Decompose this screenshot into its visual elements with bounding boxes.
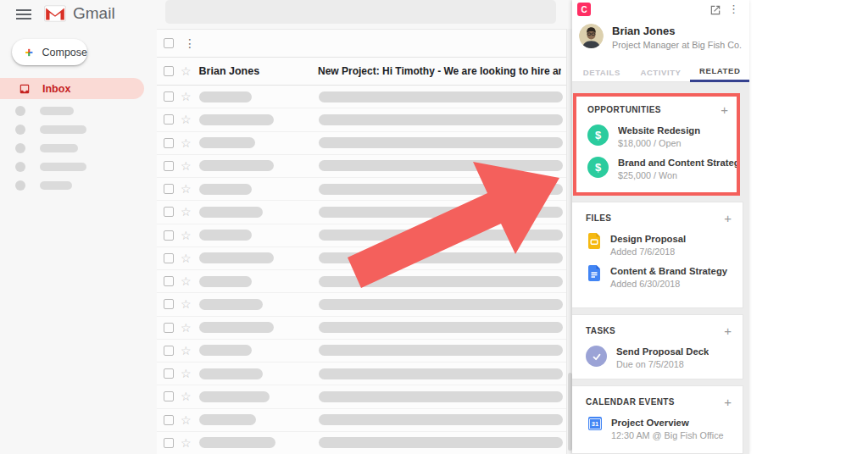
dollar-icon: $ — [587, 157, 609, 178]
task-item[interactable]: Send Proposal Deck Due on 7/5/2018 — [572, 337, 743, 369]
star-icon[interactable]: ☆ — [181, 322, 192, 334]
sender-placeholder — [199, 345, 252, 356]
email-row-placeholder[interactable]: ☆ — [157, 317, 566, 340]
sender-placeholder — [199, 391, 270, 402]
subject-placeholder — [319, 345, 563, 356]
email-row-placeholder[interactable]: ☆ — [157, 132, 566, 155]
add-calendar-event-button[interactable]: + — [724, 396, 732, 408]
email-row-placeholder[interactable]: ☆ — [157, 293, 566, 316]
email-row-placeholder[interactable]: ☆ — [157, 432, 566, 454]
tab-activity[interactable]: ACTIVITY — [632, 68, 691, 81]
email-checkbox[interactable] — [164, 184, 174, 194]
email-checkbox[interactable] — [164, 346, 174, 356]
email-row-placeholder[interactable]: ☆ — [157, 340, 566, 363]
inbox-icon — [19, 83, 31, 95]
email-checkbox[interactable] — [164, 91, 174, 102]
label-dot-icon — [15, 180, 25, 191]
email-checkbox[interactable] — [164, 230, 174, 241]
sidebar-placeholder-item[interactable] — [0, 176, 157, 195]
contact-job-title: Project Manager at Big Fish Co. — [612, 40, 742, 50]
add-file-button[interactable]: + — [724, 212, 732, 224]
email-row-placeholder[interactable]: ☆ — [157, 155, 566, 178]
sidebar-item-inbox[interactable]: Inbox — [0, 78, 144, 99]
star-icon[interactable]: ☆ — [181, 183, 192, 195]
email-row-brian-jones[interactable]: ☆ Brian Jones New Project: Hi Timothy - … — [157, 58, 566, 86]
email-row-placeholder[interactable]: ☆ — [157, 201, 566, 224]
sender-placeholder — [199, 230, 252, 241]
email-checkbox[interactable] — [164, 207, 174, 217]
compose-button[interactable]: Compose — [12, 39, 87, 65]
crm-sidebar-panel: C ⋮ Brian Jones Project Manager at Big F… — [572, 0, 749, 454]
open-in-new-icon[interactable] — [709, 4, 721, 16]
calendar-events-section: CALENDAR EVENTS + 31 Project Overview 12… — [572, 385, 743, 454]
star-icon[interactable]: ☆ — [181, 252, 192, 264]
email-checkbox[interactable] — [164, 438, 174, 448]
email-row-placeholder[interactable]: ☆ — [157, 409, 566, 432]
star-icon[interactable]: ☆ — [181, 114, 192, 125]
subject-placeholder — [319, 207, 563, 218]
file-item[interactable]: Content & Brand Strategy Invo... Added 6… — [572, 257, 743, 289]
hamburger-menu-icon[interactable] — [14, 5, 34, 24]
email-checkbox[interactable] — [164, 138, 174, 148]
star-icon[interactable]: ☆ — [181, 137, 192, 149]
star-icon[interactable]: ☆ — [181, 91, 192, 102]
subject-placeholder — [319, 414, 563, 425]
email-checkbox[interactable] — [164, 323, 174, 333]
star-icon[interactable]: ☆ — [181, 206, 192, 218]
add-task-button[interactable]: + — [724, 324, 732, 337]
email-row-placeholder[interactable]: ☆ — [157, 363, 566, 385]
star-icon[interactable]: ☆ — [181, 368, 192, 379]
select-all-checkbox[interactable] — [164, 38, 174, 48]
star-icon[interactable]: ☆ — [181, 65, 192, 77]
email-row-placeholder[interactable]: ☆ — [157, 178, 566, 201]
sidebar-placeholder-item[interactable] — [0, 139, 157, 158]
sidebar-placeholder-item[interactable] — [0, 158, 157, 176]
sidebar-placeholder-item[interactable] — [0, 102, 157, 120]
sender-placeholder — [199, 414, 256, 425]
email-checkbox[interactable] — [164, 415, 174, 425]
subject-placeholder — [319, 437, 563, 448]
email-row-placeholder[interactable]: ☆ — [157, 86, 566, 108]
email-checkbox[interactable] — [164, 276, 174, 286]
email-row-placeholder[interactable]: ☆ — [157, 108, 566, 131]
label-placeholder — [40, 125, 86, 134]
panel-more-icon[interactable]: ⋮ — [728, 3, 739, 15]
email-checkbox[interactable] — [164, 114, 174, 125]
email-checkbox[interactable] — [164, 161, 174, 171]
email-row-placeholder[interactable]: ☆ — [157, 270, 566, 293]
email-checkbox[interactable] — [164, 253, 174, 263]
calendar-event-item[interactable]: 31 Project Overview 12:30 AM @ Big Fish … — [572, 408, 743, 440]
email-checkbox[interactable] — [164, 391, 174, 401]
star-icon[interactable]: ☆ — [181, 275, 192, 287]
opportunity-item[interactable]: $ Brand and Content Strategy $25,000 / W… — [576, 148, 737, 180]
search-input[interactable] — [165, 0, 556, 24]
star-icon[interactable]: ☆ — [181, 390, 192, 402]
tab-related[interactable]: RELATED — [690, 66, 749, 82]
subject-placeholder — [319, 299, 563, 310]
copper-crm-logo-icon[interactable]: C — [577, 3, 591, 16]
contact-avatar — [579, 24, 604, 48]
email-checkbox[interactable] — [164, 299, 174, 309]
star-icon[interactable]: ☆ — [181, 437, 192, 449]
file-item[interactable]: Design Proposal Added 7/6/2018 — [572, 224, 743, 257]
email-checkbox[interactable] — [164, 368, 174, 379]
email-checkbox[interactable] — [164, 66, 174, 76]
star-icon[interactable]: ☆ — [181, 230, 192, 241]
gmail-wordmark: Gmail — [73, 4, 115, 23]
tab-details[interactable]: DETAILS — [572, 68, 632, 81]
star-icon[interactable]: ☆ — [181, 414, 192, 426]
opportunity-title: Brand and Content Strategy — [618, 157, 737, 169]
star-icon[interactable]: ☆ — [181, 345, 192, 357]
docs-file-icon — [588, 265, 601, 281]
label-dot-icon — [15, 162, 25, 172]
sidebar-placeholder-item[interactable] — [0, 120, 157, 139]
email-row-placeholder[interactable]: ☆ — [157, 224, 566, 247]
star-icon[interactable]: ☆ — [181, 298, 192, 310]
add-opportunity-button[interactable]: + — [721, 103, 728, 116]
scrollbar-track[interactable] — [566, 29, 572, 454]
opportunity-item[interactable]: $ Website Redesign $18,000 / Open — [576, 116, 737, 148]
star-icon[interactable]: ☆ — [181, 160, 192, 172]
email-row-placeholder[interactable]: ☆ — [157, 247, 566, 270]
more-options-icon[interactable]: ⋮ — [184, 37, 196, 49]
email-row-placeholder[interactable]: ☆ — [157, 385, 566, 408]
